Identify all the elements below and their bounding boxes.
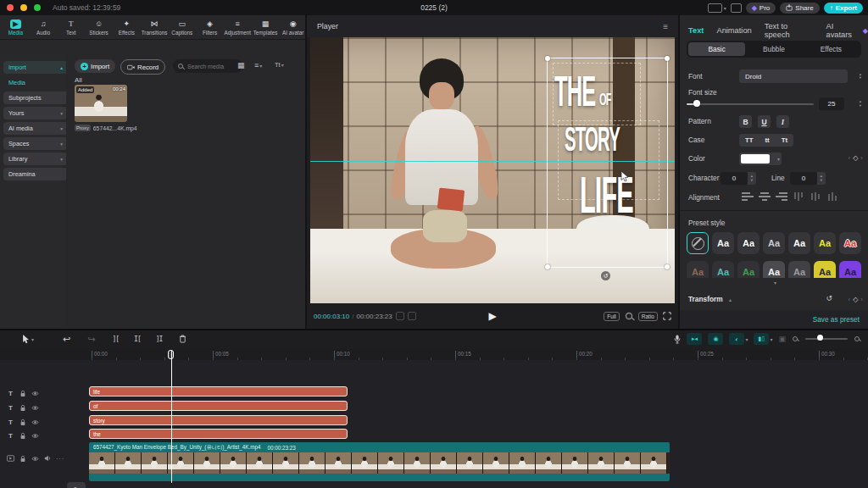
transform-label[interactable]: Transform bbox=[688, 295, 723, 303]
sidebar-item-ai-media[interactable]: AI media▾ bbox=[3, 122, 68, 135]
tab-ai-avatars[interactable]: AI avatars bbox=[826, 22, 860, 39]
character-spacing-stepper[interactable]: ▴▾ bbox=[748, 172, 756, 185]
uppercase-button[interactable]: TT bbox=[745, 136, 754, 144]
pro-badge[interactable]: ◆ Pro bbox=[746, 3, 776, 14]
import-button[interactable]: + Import bbox=[75, 59, 115, 73]
sidebar-item-import[interactable]: Import▴ bbox=[3, 61, 68, 74]
subtab-effects[interactable]: Effects bbox=[803, 42, 860, 56]
subtab-basic[interactable]: Basic bbox=[688, 42, 745, 56]
track-height-button[interactable]: ▮▯▾ bbox=[754, 333, 772, 345]
trim-left-button[interactable]: I[ bbox=[134, 336, 141, 343]
lock-icon[interactable] bbox=[19, 419, 26, 426]
preset-tile[interactable]: Aa bbox=[763, 261, 785, 278]
eye-icon[interactable] bbox=[31, 433, 39, 439]
full-preview-button[interactable]: Full bbox=[604, 312, 619, 321]
preset-tile[interactable]: Aa bbox=[839, 232, 861, 254]
text-clip-the[interactable]: the bbox=[89, 429, 348, 439]
titlecase-button[interactable]: Tt bbox=[782, 136, 787, 144]
text-clip-of[interactable]: of bbox=[89, 401, 348, 411]
text-clip-life[interactable]: life bbox=[89, 386, 348, 396]
sidebar-item-dreamina[interactable]: Dreamina bbox=[3, 168, 68, 180]
sidebar-item-subprojects[interactable]: Subprojects bbox=[3, 92, 68, 104]
subtab-bubble[interactable]: Bubble bbox=[745, 42, 802, 56]
eye-icon[interactable] bbox=[31, 456, 39, 462]
font-select[interactable]: Droid bbox=[739, 69, 848, 83]
toolbar-tab-ai-avatar[interactable]: ◉AI avatar bbox=[279, 19, 307, 36]
bold-button[interactable]: B bbox=[739, 115, 752, 128]
preset-tile[interactable]: Aa bbox=[763, 232, 785, 254]
text-selection-box[interactable] bbox=[547, 58, 668, 268]
toolbar-tab-audio[interactable]: ♫Audio bbox=[30, 19, 58, 36]
expand-presets-icon[interactable]: ▾ bbox=[774, 280, 776, 286]
tab-animation[interactable]: Animation bbox=[716, 26, 751, 35]
lock-icon[interactable] bbox=[19, 404, 26, 412]
lock-icon[interactable] bbox=[19, 455, 26, 463]
grid-view-icon[interactable]: ▦ bbox=[237, 61, 245, 69]
toolbar-tab-filters[interactable]: ◈Filters bbox=[196, 19, 224, 36]
preset-tile[interactable]: Aa bbox=[788, 232, 810, 254]
player-menu-icon[interactable]: ≡ bbox=[663, 22, 668, 31]
preset-none-tile[interactable] bbox=[687, 232, 709, 254]
font-stepper[interactable]: ▴▾ bbox=[856, 69, 865, 83]
zoom-in-button[interactable] bbox=[854, 336, 861, 343]
preset-tile[interactable]: Aa bbox=[712, 261, 734, 278]
ratio-button[interactable]: Ratio bbox=[638, 312, 658, 321]
resize-handle[interactable] bbox=[545, 264, 550, 269]
toolbar-tab-templates[interactable]: ▦Templates bbox=[252, 19, 280, 36]
preset-tile[interactable]: Aa bbox=[737, 232, 760, 254]
media-clip-thumbnail[interactable]: Added 00:24 bbox=[75, 85, 127, 122]
video-preview[interactable]: The of story life ↺ bbox=[310, 37, 675, 303]
line-spacing-value[interactable]: 0 bbox=[790, 172, 817, 185]
toolbar-tab-captions[interactable]: ▭Captions bbox=[168, 19, 196, 36]
export-button[interactable]: ↑ Export bbox=[824, 3, 863, 14]
video-clip-audio-strip[interactable] bbox=[89, 474, 670, 481]
rotate-handle[interactable]: ↺ bbox=[601, 271, 610, 280]
sort-button[interactable]: ≡▾ bbox=[254, 61, 262, 69]
auto-link-toggle-button[interactable]: ◉ bbox=[708, 333, 723, 345]
toolbar-tab-adjustment[interactable]: ≡Adjustment bbox=[224, 19, 252, 36]
resize-handle[interactable] bbox=[665, 264, 670, 269]
align-vertical-bottom-icon[interactable] bbox=[826, 191, 839, 202]
trim-right-button[interactable]: ]I bbox=[156, 336, 163, 343]
snapshot-button[interactable]: ▣ bbox=[778, 335, 786, 343]
reset-icon[interactable]: ↺ bbox=[826, 294, 832, 302]
eye-icon[interactable] bbox=[31, 405, 39, 411]
collapse-icon[interactable]: ▴ bbox=[729, 297, 732, 302]
align-vertical-middle-icon[interactable] bbox=[809, 191, 822, 202]
font-size-slider[interactable] bbox=[687, 101, 814, 108]
text-clip-story[interactable]: story bbox=[89, 415, 348, 425]
delete-button[interactable] bbox=[179, 335, 186, 343]
playhead-line[interactable] bbox=[171, 351, 172, 483]
timeline-zoom-slider[interactable] bbox=[805, 336, 848, 342]
layout-select-button[interactable]: ▾ bbox=[708, 3, 726, 13]
snap-toggle-button[interactable]: ▸◂ bbox=[687, 333, 702, 345]
sidebar-item-spaces[interactable]: Spaces▾ bbox=[3, 137, 68, 150]
lock-icon[interactable] bbox=[19, 432, 26, 440]
keyframe-diamond-icon[interactable]: ◇ bbox=[853, 154, 858, 162]
split-button[interactable]: ][ bbox=[112, 336, 119, 343]
search-media-box[interactable] bbox=[173, 59, 242, 73]
preset-tile[interactable]: Aa bbox=[737, 261, 760, 278]
share-button[interactable]: Share bbox=[780, 3, 819, 14]
preset-tile[interactable]: Aa bbox=[839, 261, 861, 278]
toolbar-tab-text[interactable]: TText bbox=[57, 19, 85, 36]
select-tool-button[interactable]: ▾ bbox=[22, 335, 34, 344]
keyframe-prev-icon[interactable]: ‹ bbox=[849, 154, 851, 162]
tab-text[interactable]: Text bbox=[688, 26, 704, 35]
playhead-handle[interactable] bbox=[168, 350, 174, 359]
edit-cover-button[interactable]: ✎ Cover bbox=[67, 482, 86, 488]
lowercase-button[interactable]: tt bbox=[765, 136, 769, 144]
microphone-button[interactable] bbox=[674, 335, 681, 344]
stacked-frames-icon[interactable] bbox=[396, 312, 404, 320]
toolbar-tab-effects[interactable]: ✦Effects bbox=[113, 19, 141, 36]
save-as-preset-button[interactable]: Save as preset bbox=[813, 315, 860, 324]
panel-toggle-icon[interactable] bbox=[731, 3, 742, 13]
zoom-out-button[interactable] bbox=[792, 336, 799, 343]
align-center-icon[interactable] bbox=[758, 191, 771, 202]
preset-tile[interactable]: Aa bbox=[788, 261, 810, 278]
sidebar-item-media[interactable]: Media bbox=[3, 76, 68, 89]
preset-tile[interactable]: Aa bbox=[814, 261, 836, 278]
tab-text-to-speech[interactable]: Text to speech bbox=[765, 22, 814, 39]
filmstrip[interactable] bbox=[89, 452, 670, 474]
record-button[interactable]: Record bbox=[120, 59, 165, 75]
